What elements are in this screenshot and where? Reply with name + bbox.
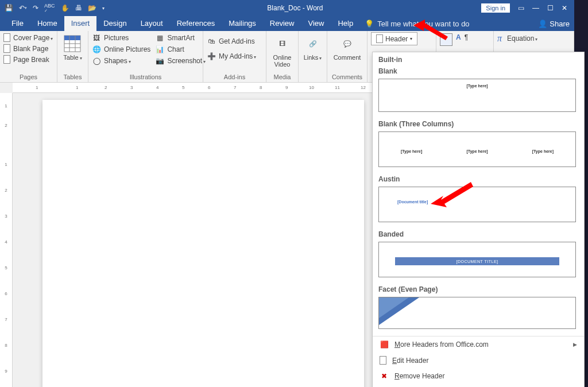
- table-button[interactable]: Table: [61, 33, 84, 62]
- save-icon[interactable]: 💾: [5, 4, 13, 12]
- spellcheck-icon[interactable]: ABC✓: [44, 3, 55, 13]
- placeholder-text: [Type here]: [466, 84, 488, 88]
- ribbon-options-icon[interactable]: ▭: [518, 4, 524, 12]
- pi-icon: π: [497, 33, 502, 44]
- shapes-icon: ◯: [92, 56, 101, 65]
- get-addins-button[interactable]: 🛍Get Add-ins: [207, 37, 256, 46]
- save-to-gallery-menuitem: Save Selection to Header Gallery...: [373, 384, 584, 387]
- submenu-arrow-icon: ▶: [573, 342, 577, 347]
- tab-file[interactable]: File: [5, 16, 30, 31]
- redo-icon[interactable]: ↷: [33, 4, 38, 12]
- comment-icon: 💬: [338, 34, 357, 53]
- svg-marker-6: [413, 20, 448, 40]
- gallery-section-label: Built-in: [373, 52, 584, 65]
- edit-header-icon: [380, 356, 386, 365]
- cover-page-button[interactable]: Cover Page: [3, 33, 53, 42]
- remove-header-label: emove Header: [400, 372, 445, 380]
- edit-header-label: dit Header: [397, 357, 428, 365]
- group-label-media: Media: [266, 73, 298, 82]
- annotation-arrow-austin: [431, 181, 477, 212]
- link-icon: 🔗: [304, 34, 322, 53]
- undo-icon[interactable]: ↶▾: [19, 4, 27, 12]
- tab-view[interactable]: View: [301, 16, 331, 31]
- pictures-icon: 🖼: [92, 33, 101, 42]
- header-option-three-columns-label: Blank (Three Columns): [373, 118, 582, 130]
- smartart-icon: ▦: [155, 33, 164, 42]
- minimize-icon[interactable]: —: [532, 4, 539, 12]
- header-option-austin[interactable]: [Document title]: [378, 187, 576, 222]
- links-button[interactable]: 🔗 Links: [301, 33, 324, 62]
- my-addins-button[interactable]: ➕My Add-ins: [207, 52, 256, 61]
- lightbulb-icon: 💡: [365, 20, 374, 28]
- qat-customize-icon[interactable]: ▾: [102, 6, 105, 11]
- group-label-comments: Comments: [327, 73, 367, 82]
- smartart-button[interactable]: ▦SmartArt: [155, 33, 206, 42]
- placeholder-text: [DOCUMENT TITLE]: [395, 257, 559, 265]
- tab-references[interactable]: References: [170, 16, 222, 31]
- edit-header-menuitem[interactable]: Edit Header: [373, 353, 584, 368]
- wordart-icon[interactable]: A: [456, 33, 461, 41]
- online-video-button[interactable]: 🎞 OnlineVideo: [271, 33, 294, 69]
- print-icon[interactable]: 🖶: [75, 4, 82, 12]
- more-headers-label: ore Headers from Office.com: [400, 340, 489, 349]
- header-icon: [376, 34, 383, 43]
- comment-button[interactable]: 💬 Comment: [331, 33, 363, 62]
- page-break-button[interactable]: Page Break: [3, 55, 53, 64]
- placeholder-text: [Document title]: [397, 200, 428, 204]
- screenshot-button[interactable]: 📷Screenshot: [155, 56, 206, 65]
- tab-home[interactable]: Home: [30, 16, 64, 31]
- svg-marker-7: [431, 182, 473, 207]
- header-option-facet[interactable]: [378, 297, 576, 329]
- placeholder-text: [Type here]: [466, 149, 488, 153]
- maximize-icon[interactable]: ☐: [547, 4, 554, 12]
- remove-header-menuitem[interactable]: ✖ Remove Header: [373, 368, 584, 384]
- tab-design[interactable]: Design: [96, 16, 133, 31]
- sign-in-button[interactable]: Sign in: [481, 3, 510, 13]
- vertical-ruler[interactable]: 1 2 1 2 3 4 5 6 7 8 9: [0, 93, 13, 387]
- addins-icon: ➕: [207, 52, 216, 61]
- tab-help[interactable]: Help: [331, 16, 360, 31]
- dropcap-icon[interactable]: ¶: [465, 33, 468, 41]
- quick-access-toolbar: 💾 ↶▾ ↷ ABC✓ ✋ 🖶 📂 ▾: [0, 3, 109, 13]
- chart-button[interactable]: 📊Chart: [155, 45, 206, 54]
- share-button[interactable]: 👤 Share: [538, 20, 570, 28]
- window-title: Blank_Doc - Word: [109, 4, 482, 12]
- more-headers-menuitem[interactable]: 🟥 More Headers from Office.com ▶: [373, 336, 584, 353]
- page-break-icon: [3, 55, 10, 64]
- online-pictures-icon: 🌐: [92, 45, 101, 54]
- store-icon: 🛍: [207, 37, 216, 46]
- tab-insert[interactable]: Insert: [64, 16, 97, 31]
- open-icon[interactable]: 📂: [88, 4, 96, 12]
- header-option-blank-label: Blank: [373, 65, 582, 78]
- table-icon: [63, 34, 82, 53]
- share-label: Share: [550, 20, 570, 28]
- video-icon: 🎞: [273, 34, 292, 53]
- header-option-three-columns[interactable]: [Type here] [Type here] [Type here]: [378, 131, 576, 167]
- group-label-links: [299, 80, 327, 82]
- tab-review[interactable]: Review: [263, 16, 301, 31]
- blank-page-button[interactable]: Blank Page: [3, 44, 53, 53]
- online-pictures-button[interactable]: 🌐Online Pictures: [92, 45, 150, 54]
- header-button[interactable]: Header▾: [371, 32, 417, 45]
- header-option-austin-label: Austin: [373, 173, 582, 185]
- cover-page-icon: [3, 33, 10, 42]
- svg-rect-1: [64, 36, 80, 40]
- pictures-button[interactable]: 🖼Pictures: [92, 33, 150, 42]
- header-option-banded-label: Banded: [373, 228, 582, 241]
- header-option-banded[interactable]: [DOCUMENT TITLE]: [378, 242, 576, 277]
- document-page[interactable]: [42, 100, 364, 387]
- shapes-button[interactable]: ◯Shapes: [92, 56, 150, 65]
- placeholder-text: [Type here]: [401, 149, 422, 153]
- header-option-blank[interactable]: [Type here]: [378, 79, 576, 112]
- ribbon-tabs: File Home Insert Design Layout Reference…: [0, 16, 574, 31]
- equation-button[interactable]: πEquation: [497, 33, 537, 44]
- blank-page-icon: [3, 44, 10, 53]
- close-icon[interactable]: ✕: [562, 4, 567, 12]
- tab-mailings[interactable]: Mailings: [222, 16, 263, 31]
- placeholder-text: [Type here]: [532, 149, 554, 153]
- tab-layout[interactable]: Layout: [134, 16, 170, 31]
- touch-icon[interactable]: ✋: [61, 4, 69, 12]
- header-option-facet-label: Facet (Even Page): [373, 283, 582, 296]
- remove-header-icon: ✖: [380, 371, 389, 381]
- title-bar: 💾 ↶▾ ↷ ABC✓ ✋ 🖶 📂 ▾ Blank_Doc - Word Sig…: [0, 0, 574, 16]
